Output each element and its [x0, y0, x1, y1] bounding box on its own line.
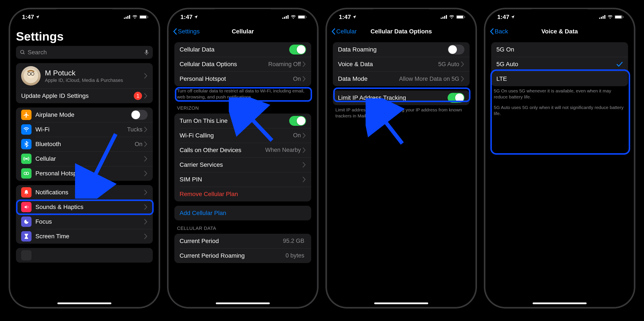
chevron-right-icon	[144, 141, 148, 147]
connectivity-group: Airplane Mode Wi-Fi Tucks Bluetooth On C…	[16, 108, 153, 181]
svg-rect-22	[286, 16, 287, 19]
svg-rect-30	[444, 16, 445, 19]
wifi-icon	[132, 15, 138, 19]
settings-screen: Settings Search M Potuck Apple ID, iClou…	[10, 9, 159, 307]
apple-id-row[interactable]: M Potuck Apple ID, iCloud, Media & Purch…	[16, 63, 153, 89]
back-button[interactable]: Settings	[173, 28, 200, 35]
home-indicator[interactable]	[216, 303, 270, 304]
checkmark-icon	[616, 61, 623, 67]
battery-icon	[615, 15, 624, 19]
home-indicator[interactable]	[533, 303, 586, 304]
bluetooth-row[interactable]: Bluetooth On	[16, 137, 153, 152]
calls-other-devices-row[interactable]: Calls on Other Devices When Nearby	[174, 143, 311, 158]
chevron-right-icon	[144, 127, 148, 132]
status-time: 1:47	[339, 13, 351, 20]
bluetooth-icon	[21, 139, 32, 149]
airplane-mode-row[interactable]: Airplane Mode	[16, 108, 153, 122]
page-title: Settings	[10, 25, 159, 46]
gear-icon	[21, 250, 32, 260]
chevron-right-icon	[144, 93, 148, 99]
cellular-data-row[interactable]: Cellular Data	[174, 42, 311, 57]
home-indicator[interactable]	[374, 303, 428, 304]
nav-bar: Settings Cellular	[168, 25, 317, 38]
screentime-row[interactable]: Screen Time	[16, 229, 153, 244]
tracking-footer: Limit IP address tracking by hiding your…	[327, 105, 476, 119]
current-period-row[interactable]: Current Period 95.2 GB	[174, 234, 311, 248]
turn-on-line-row[interactable]: Turn On This Line	[174, 114, 311, 128]
voice-data-row[interactable]: Voice & Data 5G Auto	[333, 57, 470, 72]
chevron-left-icon	[173, 28, 177, 35]
chevron-left-icon	[331, 28, 336, 35]
antenna-icon	[21, 154, 32, 164]
cellular-screen: Settings Cellular Cellular Data Cellular…	[168, 9, 317, 307]
chevron-right-icon	[302, 133, 306, 138]
limit-ip-toggle[interactable]	[448, 93, 464, 103]
location-icon	[36, 15, 40, 19]
wifi-row[interactable]: Wi-Fi Tucks	[16, 122, 153, 137]
notifications-row[interactable]: Notifications	[16, 185, 153, 200]
profile-group: M Potuck Apple ID, iCloud, Media & Purch…	[16, 63, 153, 103]
chevron-right-icon	[461, 61, 464, 67]
lte-row[interactable]: LTE	[491, 72, 628, 86]
data-options-screen: Cellular Cellular Data Options Data Roam…	[327, 9, 476, 307]
search-input[interactable]: Search	[16, 46, 153, 59]
carrier-services-row[interactable]: Carrier Services	[174, 158, 311, 172]
add-cellular-plan-row[interactable]: Add Cellular Plan	[174, 206, 311, 220]
chevron-right-icon	[144, 190, 148, 195]
back-button[interactable]: Cellular	[331, 28, 357, 35]
back-button[interactable]: Back	[490, 28, 508, 35]
voice-data-screen: Back Voice & Data 5G On 5G Auto LTE 5G O…	[485, 9, 634, 307]
data-roaming-row[interactable]: Data Roaming	[333, 42, 470, 57]
chevron-right-icon	[144, 204, 148, 210]
wifi-calling-row[interactable]: Wi-Fi Calling On	[174, 128, 311, 143]
sim-pin-row[interactable]: SIM PIN	[174, 172, 311, 187]
svg-rect-1	[126, 17, 127, 19]
update-badge: 1	[134, 92, 142, 100]
svg-line-8	[23, 53, 24, 54]
partial-row[interactable]	[16, 248, 153, 263]
svg-rect-34	[464, 16, 465, 18]
personal-hotspot-cell-row[interactable]: Personal Hotspot On	[174, 72, 311, 86]
svg-rect-3	[129, 15, 130, 19]
moon-icon	[21, 216, 32, 227]
update-apple-id-row[interactable]: Update Apple ID Settings 1	[16, 89, 153, 103]
personal-hotspot-row[interactable]: Personal Hotspot	[16, 166, 153, 181]
notch	[373, 9, 429, 19]
chevron-right-icon	[144, 156, 148, 161]
data-roaming-toggle[interactable]	[448, 45, 464, 54]
chevron-right-icon	[144, 234, 148, 239]
5g-auto-row[interactable]: 5G Auto	[491, 57, 628, 72]
options-group: Data Roaming Voice & Data 5G Auto Data M…	[333, 42, 470, 86]
home-indicator[interactable]	[58, 303, 111, 304]
add-plan-group: Add Cellular Plan	[174, 206, 311, 220]
svg-rect-25	[298, 16, 305, 18]
turn-on-line-toggle[interactable]	[289, 116, 306, 126]
tracking-group: Limit IP Address Tracking	[333, 90, 470, 105]
svg-rect-38	[602, 16, 604, 19]
svg-rect-31	[446, 15, 447, 19]
hourglass-icon	[21, 231, 32, 242]
battery-icon	[140, 15, 148, 19]
svg-rect-26	[306, 16, 307, 18]
svg-rect-37	[601, 17, 602, 19]
limit-ip-tracking-row[interactable]: Limit IP Address Tracking	[333, 90, 470, 105]
svg-rect-29	[442, 17, 444, 19]
data-mode-row[interactable]: Data Mode Allow More Data on 5G	[333, 72, 470, 86]
svg-rect-5	[140, 16, 146, 18]
cellular-data-options-row[interactable]: Cellular Data Options Roaming Off	[174, 57, 311, 72]
airplane-toggle[interactable]	[131, 110, 148, 120]
partial-group	[16, 248, 153, 263]
chevron-right-icon	[144, 219, 148, 224]
5g-on-row[interactable]: 5G On	[491, 42, 628, 57]
svg-rect-21	[284, 17, 285, 19]
cellular-data-toggle[interactable]	[289, 45, 306, 54]
phone-cellular: 1:47 Settings Cellular Cellular Data Cel…	[167, 8, 318, 309]
cellular-row[interactable]: Cellular	[16, 152, 153, 166]
svg-point-7	[20, 50, 24, 53]
current-period-roaming-row[interactable]: Current Period Roaming 0 bytes	[174, 248, 311, 263]
chevron-right-icon	[144, 73, 148, 79]
focus-row[interactable]: Focus	[16, 214, 153, 229]
sounds-row[interactable]: Sounds & Haptics	[16, 200, 153, 214]
memoji-icon	[23, 68, 38, 83]
remove-plan-row[interactable]: Remove Cellular Plan	[174, 187, 311, 201]
